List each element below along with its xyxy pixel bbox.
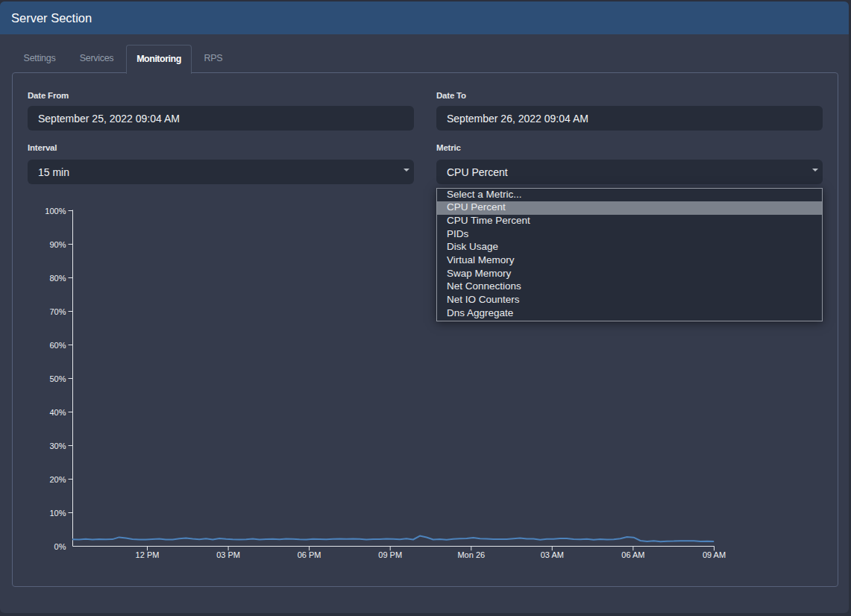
- svg-text:03 PM: 03 PM: [216, 550, 240, 559]
- svg-text:10%: 10%: [49, 509, 66, 518]
- svg-text:40%: 40%: [49, 408, 66, 417]
- svg-text:03 AM: 03 AM: [541, 550, 564, 559]
- svg-text:100%: 100%: [45, 207, 66, 216]
- svg-text:30%: 30%: [49, 441, 66, 450]
- svg-text:06 AM: 06 AM: [621, 550, 644, 559]
- svg-text:20%: 20%: [49, 475, 66, 484]
- svg-text:80%: 80%: [49, 274, 66, 283]
- svg-text:0%: 0%: [54, 542, 66, 551]
- svg-text:60%: 60%: [49, 341, 66, 350]
- svg-text:90%: 90%: [49, 240, 66, 249]
- svg-text:09 PM: 09 PM: [378, 550, 402, 559]
- svg-text:70%: 70%: [49, 307, 66, 316]
- svg-text:06 PM: 06 PM: [298, 550, 321, 559]
- svg-text:50%: 50%: [49, 374, 66, 383]
- svg-text:12 PM: 12 PM: [136, 550, 160, 559]
- svg-text:Mon 26: Mon 26: [457, 550, 485, 559]
- svg-text:09 AM: 09 AM: [703, 550, 726, 559]
